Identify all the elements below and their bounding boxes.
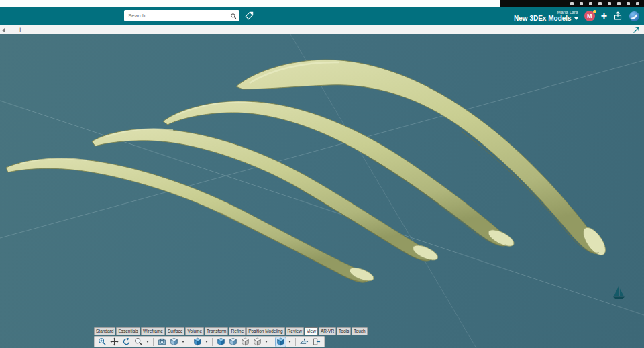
back-chevron-icon[interactable] — [2, 28, 5, 32]
tab-position-modeling[interactable]: Position Modeling — [246, 327, 284, 335]
toolbar-separator — [272, 338, 272, 346]
blade-surface-1[interactable] — [6, 158, 369, 282]
render-style-hidden-line-icon — [253, 337, 262, 346]
active-render-style-icon — [276, 337, 285, 346]
titlebar-icon[interactable] — [627, 2, 630, 5]
action-bar: Standard Essentials Wireframe Surface Vo… — [94, 327, 368, 347]
viewport-3d[interactable]: Standard Essentials Wireframe Surface Vo… — [0, 34, 644, 348]
tab-touch[interactable]: Touch — [352, 327, 367, 335]
tab-essentials[interactable]: Essentials — [116, 327, 140, 335]
titlebar-icon[interactable] — [598, 2, 602, 5]
tab-refine[interactable]: Refine — [229, 327, 246, 335]
chevron-down-icon[interactable] — [146, 341, 149, 343]
camera-icon — [158, 337, 166, 346]
titlebar-icon[interactable] — [580, 2, 583, 5]
toolbar-separator — [295, 338, 296, 346]
top-bar: Maria Lara New 3DEx Models M + — [0, 7, 644, 25]
topbar-right-cluster: Maria Lara New 3DEx Models M + — [514, 7, 640, 25]
render-style-wireframe-button[interactable] — [240, 337, 250, 347]
titlebar-icon[interactable] — [636, 2, 639, 5]
titlebar-icon[interactable] — [570, 2, 574, 5]
pan-button[interactable] — [109, 337, 119, 347]
scene-canvas[interactable] — [0, 34, 644, 348]
tab-review[interactable]: Review — [286, 327, 304, 335]
toolbar-separator — [153, 338, 154, 346]
exit-button[interactable] — [311, 337, 321, 347]
pan-icon — [110, 337, 119, 346]
chevron-down-icon[interactable] — [182, 341, 184, 343]
share-icon[interactable] — [613, 11, 623, 21]
tab-standard[interactable]: Standard — [94, 327, 115, 335]
iso-cube-icon — [170, 337, 178, 346]
exit-icon — [312, 337, 321, 346]
tab-ar-vr[interactable]: AR-VR — [319, 327, 336, 335]
search-input[interactable] — [128, 13, 230, 19]
rotate-icon — [122, 337, 131, 346]
search-icon[interactable] — [230, 13, 237, 19]
blade-surface-4[interactable] — [236, 60, 601, 254]
chevron-down-icon[interactable] — [205, 341, 208, 343]
active-render-style-button[interactable] — [276, 337, 286, 347]
screenshot-button[interactable] — [157, 337, 167, 347]
compass-icon[interactable] — [629, 11, 640, 22]
chevron-down-icon[interactable] — [288, 341, 291, 343]
tab-volume[interactable]: Volume — [185, 327, 204, 335]
rotate-button[interactable] — [121, 337, 131, 347]
avatar[interactable]: M — [584, 11, 595, 21]
ground-plane-button[interactable] — [299, 337, 309, 347]
page-title-text: New 3DEx Models — [514, 15, 572, 23]
iso-view-button[interactable] — [169, 337, 179, 347]
zoom-button[interactable] — [97, 337, 107, 347]
render-style-hidden-line-button[interactable] — [252, 337, 262, 347]
action-bar-tabs: Standard Essentials Wireframe Surface Vo… — [94, 327, 368, 335]
user-name: Maria Lara — [557, 10, 578, 15]
render-style-wireframe-icon — [241, 337, 250, 346]
ground-plane-icon — [300, 337, 309, 346]
tab-wireframe[interactable]: Wireframe — [141, 327, 165, 335]
chevron-down-icon — [574, 17, 578, 20]
magnifier-icon — [134, 337, 143, 346]
toolbar-separator — [212, 338, 213, 346]
tab-surface[interactable]: Surface — [166, 327, 184, 335]
tab-tools[interactable]: Tools — [337, 327, 351, 335]
shaded-cube-icon — [193, 337, 202, 346]
add-content-button[interactable]: + — [601, 11, 607, 21]
tab-view[interactable]: View — [305, 327, 318, 335]
collapse-panel-icon[interactable] — [633, 26, 640, 34]
titlebar-icon[interactable] — [608, 2, 611, 5]
titlebar-icon[interactable] — [617, 2, 621, 5]
shaded-view-button[interactable] — [193, 337, 203, 347]
tab-strip: + — [0, 25, 644, 34]
render-style-edges-button[interactable] — [228, 337, 238, 347]
sailboat-icon[interactable] — [613, 286, 625, 299]
render-style-shaded-icon — [217, 337, 225, 346]
app-window: Maria Lara New 3DEx Models M + — [0, 0, 644, 348]
view-toolbar — [94, 336, 325, 347]
toolbar-separator — [189, 338, 189, 346]
magnifier-button[interactable] — [133, 337, 144, 347]
avatar-initial: M — [587, 13, 592, 19]
tab-transform[interactable]: Transform — [205, 327, 228, 335]
titlebar-icon[interactable] — [589, 2, 592, 5]
os-titlebar — [0, 0, 644, 7]
chevron-down-icon[interactable] — [265, 341, 268, 343]
search-box[interactable] — [124, 10, 239, 21]
status-badge — [593, 10, 596, 13]
page-title[interactable]: New 3DEx Models — [514, 15, 578, 23]
render-style-edges-icon — [229, 337, 237, 346]
new-tab-button[interactable]: + — [18, 25, 22, 34]
titlebar-icon-tray — [500, 0, 644, 7]
render-style-shaded-button[interactable] — [216, 337, 226, 347]
zoom-icon — [98, 337, 107, 346]
user-workspace-info[interactable]: Maria Lara New 3DEx Models — [514, 10, 578, 23]
tag-icon[interactable] — [244, 11, 254, 21]
